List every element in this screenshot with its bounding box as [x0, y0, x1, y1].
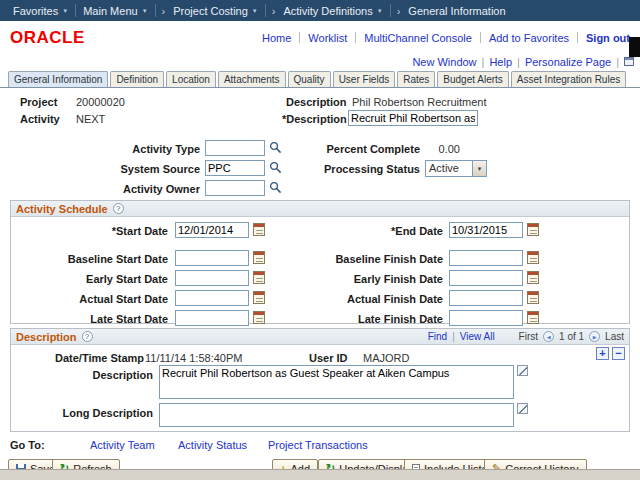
nav-activity-definitions[interactable]: Activity Definitions▼ [276, 5, 389, 17]
link-multichannel-console[interactable]: MultiChannel Console [364, 32, 472, 44]
activity-owner-lookup-icon[interactable] [269, 181, 282, 194]
actual-start-date-input[interactable] [175, 290, 249, 306]
late-finish-calendar-icon[interactable] [527, 311, 539, 324]
nav-general-information-label: General Information [408, 5, 505, 17]
system-source-input[interactable] [205, 160, 265, 176]
divider [299, 32, 300, 43]
delete-row-button[interactable]: − [612, 347, 625, 360]
tab-quality[interactable]: Quality [288, 71, 331, 87]
tab-user-fields[interactable]: User Fields [333, 71, 396, 87]
help-icon[interactable]: ? [82, 331, 93, 342]
late-finish-date-input[interactable] [449, 310, 523, 326]
nav-favorites-label: Favorites [13, 5, 58, 17]
activity-type-label: Activity Type [60, 143, 200, 155]
user-id-value: MAJORD [363, 352, 409, 364]
start-date-input[interactable] [175, 222, 249, 238]
tab-attachments[interactable]: Attachments [218, 71, 286, 87]
row-position: 1 of 1 [559, 331, 584, 342]
project-value: 20000020 [76, 96, 125, 108]
tab-general-information[interactable]: General Information [8, 71, 108, 87]
nav-general-information[interactable]: General Information [401, 5, 512, 17]
view-all-link[interactable]: View All [460, 331, 495, 342]
expand-long-description-icon[interactable] [517, 403, 528, 414]
link-personalize-page[interactable]: Personalize Page [525, 56, 611, 68]
link-sign-out[interactable]: Sign out [586, 32, 630, 44]
baseline-start-date-input[interactable] [175, 250, 249, 266]
breadcrumb: Favorites▼ Main Menu▼ › Project Costing▼… [0, 0, 640, 21]
nav-main-menu[interactable]: Main Menu▼ [76, 5, 154, 17]
find-link[interactable]: Find [428, 331, 447, 342]
tab-location[interactable]: Location [166, 71, 216, 87]
divider: | [616, 56, 619, 68]
tab-asset-integration-rules[interactable]: Asset Integration Rules [511, 71, 626, 87]
activity-type-lookup-icon[interactable] [269, 141, 282, 154]
activity-type-input[interactable] [205, 140, 265, 156]
copy-page-icon[interactable] [624, 57, 634, 66]
chevron-down-icon: ▼ [252, 8, 258, 14]
last-link[interactable]: Last [605, 331, 624, 342]
actual-finish-calendar-icon[interactable] [527, 291, 539, 304]
activity-label: Activity [20, 113, 60, 125]
link-worklist[interactable]: Worklist [308, 32, 347, 44]
early-finish-date-input[interactable] [449, 270, 523, 286]
link-home[interactable]: Home [262, 32, 291, 44]
early-start-date-input[interactable] [175, 270, 249, 286]
long-description-label: Long Description [11, 407, 153, 419]
dropdown-arrow-icon: ▼ [472, 161, 486, 176]
baseline-start-calendar-icon[interactable] [253, 251, 265, 264]
link-add-to-favorites[interactable]: Add to Favorites [489, 32, 569, 44]
next-row-icon[interactable]: ▶ [589, 331, 600, 342]
tab-rates[interactable]: Rates [397, 71, 435, 87]
description-field-label: Description [11, 369, 153, 381]
baseline-finish-date-label: Baseline Finish Date [291, 253, 443, 265]
nav-project-costing[interactable]: Project Costing▼ [166, 5, 265, 17]
link-project-transactions[interactable]: Project Transactions [268, 439, 368, 451]
link-activity-status[interactable]: Activity Status [178, 439, 247, 451]
previous-row-icon[interactable]: ◀ [543, 331, 554, 342]
end-date-label: *End Date [291, 225, 443, 237]
activity-schedule-body: *Start Date *End Date Baseline Start Dat… [11, 217, 629, 323]
activity-description-label: *Description [282, 113, 347, 125]
help-icon[interactable]: ? [113, 203, 124, 214]
tab-budget-alerts[interactable]: Budget Alerts [437, 71, 508, 87]
description-textarea[interactable]: Recruit Phil Robertson as Guest Speaker … [159, 365, 514, 399]
baseline-finish-date-input[interactable] [449, 250, 523, 266]
expand-description-icon[interactable] [517, 365, 528, 376]
late-start-date-input[interactable] [175, 310, 249, 326]
activity-description-input[interactable] [348, 110, 478, 126]
breadcrumb-separator: › [391, 5, 402, 17]
system-source-lookup-icon[interactable] [269, 161, 282, 174]
baseline-finish-calendar-icon[interactable] [527, 251, 539, 264]
start-date-calendar-icon[interactable] [253, 223, 265, 236]
actual-start-calendar-icon[interactable] [253, 291, 265, 304]
activity-value: NEXT [76, 113, 105, 125]
divider: | [482, 56, 485, 68]
tab-definition[interactable]: Definition [110, 71, 164, 87]
activity-owner-input[interactable] [205, 180, 265, 196]
add-row-button[interactable]: + [596, 347, 609, 360]
actual-finish-date-input[interactable] [449, 290, 523, 306]
late-start-date-label: Late Start Date [13, 313, 168, 325]
description-label: Description [286, 96, 347, 108]
link-new-window[interactable]: New Window [412, 56, 476, 68]
processing-status-select[interactable]: Active ▼ [425, 160, 487, 177]
long-description-textarea[interactable] [159, 403, 514, 427]
chevron-down-icon: ▼ [142, 8, 148, 14]
chevron-down-icon: ▼ [62, 8, 68, 14]
early-finish-calendar-icon[interactable] [527, 271, 539, 284]
late-start-calendar-icon[interactable] [253, 311, 265, 324]
description-value: Phil Robertson Recruitment [352, 96, 487, 108]
end-date-input[interactable] [449, 222, 523, 238]
early-start-calendar-icon[interactable] [253, 271, 265, 284]
breadcrumb-separator: › [266, 5, 277, 17]
nav-project-costing-label: Project Costing [173, 5, 248, 17]
nav-favorites[interactable]: Favorites▼ [6, 5, 75, 17]
screen-artifact [629, 37, 640, 57]
application-window: Favorites▼ Main Menu▼ › Project Costing▼… [0, 0, 640, 480]
link-help[interactable]: Help [489, 56, 512, 68]
end-date-calendar-icon[interactable] [527, 223, 539, 236]
percent-complete-label: Percent Complete [290, 143, 420, 155]
start-date-label: *Start Date [13, 225, 168, 237]
first-link[interactable]: First [519, 331, 538, 342]
link-activity-team[interactable]: Activity Team [90, 439, 155, 451]
